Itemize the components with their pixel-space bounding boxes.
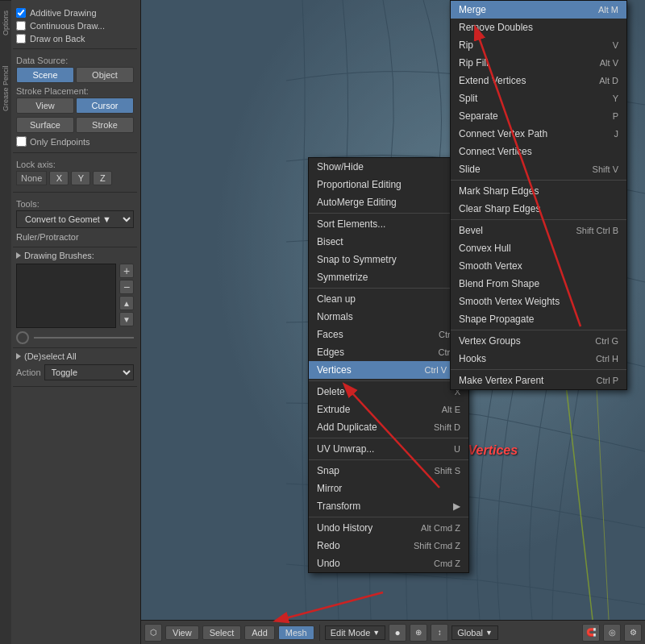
mesh-undo[interactable]: Undo Cmd Z xyxy=(309,555,468,572)
mesh-delete[interactable]: Delete X xyxy=(309,383,468,401)
mesh-uv-unwrap[interactable]: UV Unwrap... U xyxy=(309,440,468,458)
vertices-connect[interactable]: Connect Vertices xyxy=(451,143,626,160)
mesh-symmetrize[interactable]: Symmetrize xyxy=(309,268,468,286)
remove-brush-button[interactable]: − xyxy=(119,280,134,294)
action-dropdown[interactable]: Toggle xyxy=(44,364,134,380)
vertices-clear-sharp[interactable]: Clear Sharp Edges xyxy=(451,200,626,218)
vertices-remove-doubles[interactable]: Remove Doubles xyxy=(451,19,626,36)
vertices-hooks[interactable]: Hooks Ctrl H xyxy=(451,350,626,368)
cursor-button[interactable]: Cursor xyxy=(76,98,134,114)
mesh-edges[interactable]: Edges Ctrl E xyxy=(309,343,468,361)
lock-axis-buttons: None X Y Z xyxy=(16,171,134,185)
brush-area: + − ▲ ▼ xyxy=(16,264,134,328)
mesh-clean-up[interactable]: Clean up ▶ xyxy=(309,290,468,308)
extrude-shortcut: Alt E xyxy=(442,405,460,414)
vertices-make-parent[interactable]: Make Vertex Parent Ctrl P xyxy=(451,372,626,389)
x-axis-button[interactable]: X xyxy=(49,171,69,185)
draw-on-back-checkbox[interactable] xyxy=(16,34,26,44)
smooth-weights-label: Smooth Vertex Weights xyxy=(459,296,560,307)
vertices-bevel[interactable]: Bevel Shift Ctrl B xyxy=(451,222,626,239)
mesh-proportional-editing[interactable]: Proportional Editing xyxy=(309,176,468,193)
vertices-mark-sharp[interactable]: Mark Sharp Edges xyxy=(451,182,626,200)
mesh-faces[interactable]: Faces Ctrl F xyxy=(309,326,468,343)
additive-drawing-checkbox[interactable] xyxy=(16,8,26,18)
viewport-area: Show/Hide ▶ Proportional Editing AutoMer… xyxy=(141,0,645,644)
mesh-vertices[interactable]: Vertices Ctrl V ▶ xyxy=(309,361,468,379)
grease-pencil-tab[interactable]: Grease Pencil xyxy=(0,52,11,125)
mesh-undo-history[interactable]: Undo History Alt Cmd Z xyxy=(309,519,468,537)
mesh-mirror[interactable]: Mirror xyxy=(309,480,468,497)
hooks-shortcut: Ctrl H xyxy=(596,354,618,364)
settings-btn[interactable]: ⚙ xyxy=(624,624,642,642)
mesh-redo[interactable]: Redo Shift Cmd Z xyxy=(309,537,468,555)
mesh-snap-symmetry[interactable]: Snap to Symmetry xyxy=(309,251,468,268)
up-brush-button[interactable]: ▲ xyxy=(119,296,134,310)
vertices-merge[interactable]: Merge Alt M xyxy=(451,1,626,19)
vertices-smooth[interactable]: Smooth Vertex xyxy=(451,257,626,275)
divider-1 xyxy=(309,213,468,214)
ruler-protractor[interactable]: Ruler/Protractor xyxy=(16,231,134,243)
convert-to-geom-dropdown[interactable]: Convert to Geomet ▼ xyxy=(16,210,134,228)
edit-mode-dropdown[interactable]: Edit Mode ▼ xyxy=(325,625,385,640)
mesh-normals[interactable]: Normals ▶ xyxy=(309,308,468,326)
none-axis-button[interactable]: None xyxy=(16,171,47,185)
only-endpoints-checkbox[interactable] xyxy=(16,136,27,147)
edges-label: Edges xyxy=(317,347,344,358)
mesh-extrude[interactable]: Extrude Alt E xyxy=(309,401,468,418)
vertices-connect-path[interactable]: Connect Vertex Path J xyxy=(451,125,626,143)
vertices-blend-from-shape[interactable]: Blend From Shape xyxy=(451,275,626,293)
view-button[interactable]: View xyxy=(16,98,74,114)
vertices-smooth-weights[interactable]: Smooth Vertex Weights xyxy=(451,293,626,310)
mesh-snap[interactable]: Snap Shift S xyxy=(309,462,468,480)
snap-btn[interactable]: 🧲 xyxy=(582,624,600,642)
vertices-rip[interactable]: Rip V xyxy=(451,36,626,54)
add-toolbar-btn[interactable]: Add xyxy=(244,625,275,640)
continuous-draw-checkbox[interactable] xyxy=(16,21,26,31)
mesh-sort-elements[interactable]: Sort Elements... xyxy=(309,215,468,233)
connect-path-shortcut: J xyxy=(614,129,619,139)
vertices-rip-fill[interactable]: Rip Fill Alt V xyxy=(451,54,626,72)
y-axis-button[interactable]: Y xyxy=(71,171,90,185)
z-axis-button[interactable]: Z xyxy=(93,171,112,185)
manipulator-btn[interactable]: ↕ xyxy=(431,624,448,642)
stroke-placement-top: View Cursor xyxy=(16,98,134,114)
scene-button[interactable]: Scene xyxy=(16,67,74,83)
mesh-toolbar-btn[interactable]: Mesh xyxy=(278,625,314,640)
add-duplicate-shortcut: Shift D xyxy=(434,422,460,432)
mesh-automerge[interactable]: AutoMerge Editing xyxy=(309,193,468,211)
undo-history-label: Undo History xyxy=(317,522,372,534)
toolbar-left-icon[interactable]: ⬡ xyxy=(144,624,162,642)
stroke-button[interactable]: Stroke xyxy=(76,117,134,133)
global-dropdown[interactable]: Global ▼ xyxy=(452,625,498,640)
mesh-add-duplicate[interactable]: Add Duplicate Shift D xyxy=(309,418,468,436)
vertices-vertex-groups[interactable]: Vertex Groups Ctrl G xyxy=(451,332,626,350)
vertices-submenu: Merge Alt M Remove Doubles Rip V Rip Fil… xyxy=(450,0,627,390)
select-toolbar-btn[interactable]: Select xyxy=(202,625,242,640)
pivot-point-btn[interactable]: ⊕ xyxy=(410,624,427,642)
divider-3 xyxy=(309,380,468,381)
vertices-slide[interactable]: Slide Shift V xyxy=(451,160,626,178)
convex-hull-label: Convex Hull xyxy=(459,243,511,254)
vertices-separate[interactable]: Separate P xyxy=(451,107,626,125)
clear-sharp-label: Clear Sharp Edges xyxy=(459,203,540,214)
proportional-btn[interactable]: ◎ xyxy=(603,624,621,642)
slide-shortcut: Shift V xyxy=(593,164,618,174)
continuous-draw-row: Continuous Draw... xyxy=(16,19,134,32)
mesh-show-hide[interactable]: Show/Hide ▶ xyxy=(309,158,468,176)
vertices-extend[interactable]: Extend Vertices Alt D xyxy=(451,72,626,89)
vertices-split[interactable]: Split Y xyxy=(451,89,626,107)
view-toolbar-btn[interactable]: View xyxy=(165,625,199,640)
options-tab[interactable]: Options xyxy=(0,0,11,44)
extend-vertices-label: Extend Vertices xyxy=(459,75,526,86)
down-brush-button[interactable]: ▼ xyxy=(119,312,134,326)
viewport-shading-btn[interactable]: ● xyxy=(389,624,406,642)
mesh-transform[interactable]: Transform ▶ xyxy=(309,497,468,515)
surface-button[interactable]: Surface xyxy=(16,117,74,133)
vertices-shape-propagate[interactable]: Shape Propagate xyxy=(451,310,626,328)
stroke-placement-bottom: Surface Stroke xyxy=(16,117,134,133)
bottom-toolbar: ⬡ View Select Add Mesh Edit Mode ▼ ● ⊕ ↕… xyxy=(141,620,645,644)
vertices-convex-hull[interactable]: Convex Hull xyxy=(451,239,626,257)
add-brush-button[interactable]: + xyxy=(119,264,134,278)
object-button[interactable]: Object xyxy=(76,67,134,83)
mesh-bisect[interactable]: Bisect xyxy=(309,233,468,251)
